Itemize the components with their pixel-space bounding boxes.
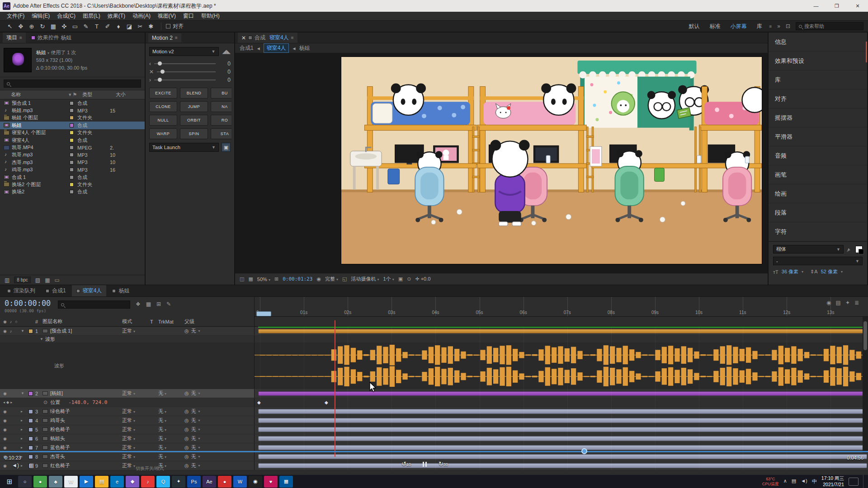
column-trkmat[interactable]: TrkMat	[158, 319, 184, 324]
system-clock[interactable]: 17:10 周三2021/7/21	[821, 475, 844, 487]
start-button[interactable]: ⊞	[2, 478, 17, 486]
menu-item[interactable]: 窗口	[180, 12, 197, 20]
eye-icon[interactable]: ◉	[3, 391, 7, 396]
motion-tool-button[interactable]: CLONE	[149, 101, 177, 112]
layer-duration-bar[interactable]	[258, 436, 867, 441]
layer-name[interactable]: [预合成 1]	[50, 328, 72, 334]
layer-duration-bar[interactable]	[258, 454, 867, 459]
timeline-tab[interactable]: 杨姐	[108, 285, 134, 296]
layer-row-1[interactable]: ◉♪ ▼ 1 [预合成 1] 正常 ▾ ◎无 ▾	[0, 327, 868, 336]
column-mode[interactable]: 模式	[122, 318, 150, 325]
eye-icon[interactable]: ◉	[3, 464, 7, 468]
taskbar-app-icon[interactable]: ○	[18, 476, 32, 488]
leading-value[interactable]: 52 像素	[821, 268, 838, 275]
parent-select[interactable]: ◎无 ▾	[184, 435, 254, 442]
pixel-aspect-icon[interactable]: ⊙	[407, 276, 411, 282]
slider-knob[interactable]	[158, 78, 162, 82]
trkmat-select[interactable]: 无 ▾	[158, 426, 184, 433]
camera-icon[interactable]: ◉	[316, 276, 321, 282]
layer-duration-bar[interactable]	[258, 463, 867, 468]
slider-track[interactable]	[154, 80, 216, 80]
grid-guides-icon[interactable]: ⊞	[274, 276, 278, 282]
taskbar-app-icon[interactable]: e	[110, 476, 124, 488]
panel-menu-icon[interactable]: ≣	[854, 300, 859, 306]
slider-value[interactable]: 0	[219, 77, 231, 83]
skip-back-button[interactable]: ↺10	[401, 460, 411, 467]
tool-icon[interactable]: ✥	[15, 23, 26, 30]
motion-tool-button[interactable]: SPIN	[180, 128, 208, 139]
fill-color-swatch[interactable]	[855, 246, 863, 253]
sidebar-panel-header[interactable]: 画笔	[769, 165, 867, 184]
active-camera-select[interactable]: 活动摄像机 ▾	[351, 276, 379, 282]
speaker-icon[interactable]: ♪	[10, 329, 12, 333]
menu-item[interactable]: 合成(C)	[54, 12, 79, 20]
tab-motion2[interactable]: Motion 2 ≡	[148, 33, 181, 42]
pause-button[interactable]	[423, 460, 427, 467]
layer2-duration-bar[interactable]	[258, 391, 867, 396]
label-color-chip[interactable]	[70, 131, 74, 135]
taskbar-app-icon[interactable]: ●	[33, 476, 47, 488]
align-checkbox[interactable]	[166, 24, 170, 28]
project-item-row[interactable]: 杰哥.mp3 MP3 10	[0, 159, 145, 166]
menu-item[interactable]: 编辑(E)	[28, 12, 53, 20]
layer-duration-bar[interactable]	[258, 445, 867, 450]
current-time-indicator-head[interactable]	[256, 311, 271, 316]
eye-icon[interactable]: ◉	[3, 427, 7, 432]
label-color-chip[interactable]	[70, 101, 74, 105]
label-color-chip[interactable]	[70, 160, 74, 164]
label-color-chip[interactable]	[28, 436, 33, 441]
workspace-tab[interactable]: 标准	[709, 23, 720, 30]
taskbar-app-icon[interactable]: ▤	[95, 476, 108, 488]
project-search-input[interactable]	[12, 81, 138, 86]
project-item-row[interactable]: 杨姐 个图层 文件夹	[0, 114, 145, 122]
sidebar-panel-header[interactable]: 音频	[769, 146, 867, 165]
tab-project[interactable]: 项目 ≡	[3, 33, 26, 43]
motion-tool-button[interactable]: BLEND	[180, 88, 208, 99]
label-color-chip[interactable]	[70, 183, 74, 187]
delete-icon[interactable]: ▭	[55, 277, 60, 283]
zoom-select[interactable]: 50% ▾	[257, 277, 270, 282]
motion-tool-button[interactable]: NA	[211, 101, 231, 112]
project-item-row[interactable]: 凯哥.mp3 MP3 10	[0, 151, 145, 159]
column-number[interactable]: #	[35, 319, 42, 324]
sidebar-panel-header[interactable]: 效果和预设	[769, 52, 867, 70]
volume-icon[interactable]: ◄)	[12, 462, 19, 469]
next-keyframe-icon[interactable]: ▸	[10, 400, 12, 404]
draft3d-icon[interactable]: ▦	[146, 301, 151, 307]
timeline-tab[interactable]: 合成1	[41, 285, 71, 296]
crumb-comp1[interactable]: 合成1	[240, 44, 254, 52]
mode-select[interactable]: 正常 ▾	[122, 390, 150, 397]
sidebar-panel-header[interactable]: 库	[769, 70, 867, 89]
time-ruler[interactable]: 0s01s02s03s04s05s06s07s08s09s10s11s12s13…	[255, 297, 868, 317]
timeline-tab[interactable]: 渲染队列	[3, 285, 40, 296]
layer-name[interactable]: 红色椅子	[50, 462, 70, 469]
parent-select[interactable]: ◎无 ▾	[184, 408, 254, 415]
trkmat-select[interactable]: 无 ▾	[158, 417, 184, 424]
bit-depth[interactable]: 8 bpc	[14, 277, 30, 283]
parent-select[interactable]: ◎无 ▾	[184, 328, 254, 334]
taskbar-app-icon[interactable]: ♪	[141, 476, 155, 488]
column-t[interactable]: T	[150, 319, 158, 324]
layer-name[interactable]: 粉色椅子	[50, 426, 70, 433]
layer-row-2[interactable]: ◉ ▼ 2 [杨姐] 正常 ▾ 无 ▾ ◎无 ▾	[0, 389, 868, 398]
snapshot-icon[interactable]: ▦	[248, 276, 253, 282]
motion-blur-icon[interactable]: ✎	[166, 301, 171, 307]
panel-menu-icon[interactable]: ≡	[175, 35, 178, 40]
timeline-search-input[interactable]	[66, 302, 127, 307]
taskbar-app-icon[interactable]: ♥	[264, 476, 278, 488]
tool-icon[interactable]: ✱	[146, 23, 156, 30]
minimize-button[interactable]: —	[806, 0, 826, 12]
current-time-indicator-line[interactable]	[335, 320, 335, 457]
project-item-row[interactable]: 换场2 合成	[0, 188, 145, 196]
label-color-chip[interactable]	[70, 108, 74, 113]
motion-tool-button[interactable]: STA	[211, 128, 231, 139]
prev-keyframe-icon[interactable]: ◂	[3, 400, 5, 404]
menu-item[interactable]: 效果(T)	[104, 12, 128, 20]
help-search-input[interactable]	[804, 23, 860, 29]
layer-name[interactable]: 杨姐头	[50, 435, 65, 442]
playlist-icon[interactable]: ▤	[29, 462, 34, 469]
parent-select[interactable]: ◎无 ▾	[184, 462, 254, 469]
library-icon[interactable]: ⊡	[786, 23, 790, 29]
tool-icon[interactable]: ✎	[80, 23, 91, 30]
motion-tool-button[interactable]: ORBIT	[180, 115, 208, 126]
